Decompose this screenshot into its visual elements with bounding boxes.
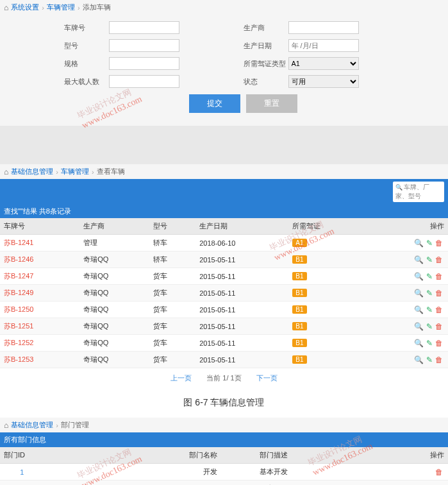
- next-page[interactable]: 下一页: [256, 374, 278, 382]
- view-icon[interactable]: 🔍: [414, 339, 424, 348]
- home-icon[interactable]: ⌂: [4, 167, 8, 176]
- plate-link[interactable]: 苏B-1241: [4, 239, 33, 246]
- cell-date: 2015-05-11: [195, 268, 288, 285]
- search-input[interactable]: 车牌、厂家、型号: [393, 182, 444, 202]
- manufacturer-input[interactable]: [288, 21, 359, 34]
- reset-button[interactable]: 重置: [246, 94, 297, 113]
- license-select[interactable]: A1: [288, 57, 359, 70]
- crumb-link[interactable]: 车辆管理: [47, 3, 75, 12]
- crumb-link[interactable]: 车辆管理: [61, 167, 89, 176]
- delete-icon[interactable]: 🗑: [435, 289, 443, 298]
- panel-header: 车牌、厂家、型号: [0, 179, 448, 205]
- license-badge: B1: [292, 322, 306, 330]
- delete-icon[interactable]: 🗑: [435, 355, 443, 364]
- delete-icon[interactable]: 🗑: [435, 272, 443, 281]
- delete-icon[interactable]: 🗑: [435, 305, 443, 314]
- cell-manu: 奇瑞QQ: [79, 318, 149, 335]
- col-ops: 操作: [365, 218, 448, 235]
- delete-icon[interactable]: 🗑: [435, 339, 443, 348]
- view-icon[interactable]: 🔍: [414, 305, 424, 314]
- cell-manu: 奇瑞QQ: [79, 285, 149, 302]
- crumb-link[interactable]: 系统设置: [11, 3, 39, 12]
- edit-icon[interactable]: ✎: [426, 272, 433, 281]
- page-info: 当前 1/ 1页: [206, 374, 241, 382]
- prev-page[interactable]: 上一页: [170, 374, 192, 382]
- cell-manu: 奇瑞QQ: [79, 335, 149, 352]
- chevron-right-icon: ›: [42, 4, 44, 12]
- table-row: 苏B-1252奇瑞QQ货车2015-05-11B1🔍✎🗑: [0, 335, 448, 352]
- plate-link[interactable]: 苏B-1249: [4, 289, 33, 296]
- manufacturer-label: 生产商: [244, 23, 288, 33]
- cell-dept-desc: 负责公司的所有销售业务: [256, 481, 415, 486]
- cell-dept-name: 开发: [44, 464, 256, 481]
- delete-icon[interactable]: 🗑: [435, 322, 443, 331]
- figure-caption: 图 6-7 车辆信息管理: [0, 388, 448, 418]
- plate-input[interactable]: [109, 21, 179, 34]
- view-icon[interactable]: 🔍: [414, 322, 424, 331]
- crumb-current: 部门管理: [61, 420, 89, 430]
- col-date: 生产日期: [195, 218, 288, 235]
- plate-link[interactable]: 苏B-1251: [4, 322, 33, 330]
- panel-header: 所有部门信息: [0, 432, 448, 447]
- breadcrumb: ⌂ 基础信息管理 › 车辆管理 › 查看车辆: [0, 164, 448, 179]
- spec-input[interactable]: [109, 57, 179, 70]
- view-icon[interactable]: 🔍: [414, 355, 424, 364]
- delete-icon[interactable]: 🗑: [435, 239, 443, 248]
- submit-button[interactable]: 提交: [189, 94, 240, 113]
- home-icon[interactable]: ⌂: [4, 3, 8, 12]
- crumb-link[interactable]: 基础信息管理: [11, 420, 53, 430]
- edit-icon[interactable]: ✎: [426, 339, 433, 348]
- col-dept-desc: 部门描述: [256, 447, 415, 464]
- edit-icon[interactable]: ✎: [426, 322, 433, 331]
- type-input[interactable]: [109, 39, 179, 52]
- status-label: 状态: [244, 77, 288, 87]
- cell-dept-name: 销售: [44, 481, 256, 486]
- delete-icon[interactable]: 🗑: [435, 255, 443, 264]
- pagination: 上一页 当前 1/ 1页 下一页: [0, 368, 448, 388]
- dept-id-link[interactable]: 1: [20, 468, 24, 476]
- edit-icon[interactable]: ✎: [426, 305, 433, 314]
- table-row: 2销售负责公司的所有销售业务🗑: [0, 481, 448, 486]
- license-badge: B1: [292, 305, 306, 314]
- col-type: 型号: [149, 218, 195, 235]
- view-icon[interactable]: 🔍: [414, 239, 424, 248]
- view-icon[interactable]: 🔍: [414, 255, 424, 264]
- chevron-right-icon: ›: [56, 168, 58, 176]
- plate-link[interactable]: 苏B-1247: [4, 272, 33, 280]
- edit-icon[interactable]: ✎: [426, 255, 433, 264]
- table-row: 苏B-1247奇瑞QQ货车2015-05-11B1🔍✎🗑: [0, 268, 448, 285]
- plate-link[interactable]: 苏B-1250: [4, 305, 33, 313]
- col-license: 所需驾证: [288, 218, 365, 235]
- date-input[interactable]: [288, 39, 359, 52]
- crumb-link[interactable]: 基础信息管理: [11, 167, 53, 176]
- breadcrumb: ⌂ 基础信息管理 › 部门管理: [0, 418, 448, 432]
- table-row: 苏B-1241管理轿车2018-06-10A1🔍✎🗑: [0, 235, 448, 251]
- cell-manu: 管理: [79, 235, 149, 251]
- vehicle-list-section: ⌂ 基础信息管理 › 车辆管理 › 查看车辆 车牌、厂家、型号 查找""结果 共…: [0, 164, 448, 388]
- status-select[interactable]: 可用: [288, 75, 359, 88]
- cell-dept-desc: 基本开发: [256, 464, 415, 481]
- table-row: 苏B-1253奇瑞QQ货车2015-05-11B1🔍✎🗑: [0, 352, 448, 368]
- edit-icon[interactable]: ✎: [426, 289, 433, 298]
- dept-header-title: 所有部门信息: [4, 435, 46, 445]
- cell-manu: 奇瑞QQ: [79, 302, 149, 318]
- license-badge: B1: [292, 339, 306, 347]
- edit-icon[interactable]: ✎: [426, 355, 433, 364]
- plate-link[interactable]: 苏B-1252: [4, 339, 33, 346]
- table-row: 苏B-1251奇瑞QQ货车2015-05-11B1🔍✎🗑: [0, 318, 448, 335]
- cell-date: 2015-05-11: [195, 318, 288, 335]
- result-summary: 查找""结果 共8条记录: [0, 205, 448, 218]
- view-icon[interactable]: 🔍: [414, 272, 424, 281]
- view-icon[interactable]: 🔍: [414, 289, 424, 298]
- table-row: 苏B-1246奇瑞QQ轿车2015-05-11B1🔍✎🗑: [0, 251, 448, 268]
- plate-link[interactable]: 苏B-1253: [4, 355, 33, 363]
- edit-icon[interactable]: ✎: [426, 239, 433, 248]
- passengers-input[interactable]: [109, 75, 179, 88]
- add-vehicle-section: ⌂ 系统设置 › 车辆管理 › 添加车辆 车牌号 生产商 型号 生产日期: [0, 0, 448, 126]
- chevron-right-icon: ›: [92, 168, 94, 176]
- type-label: 型号: [64, 41, 109, 51]
- delete-icon[interactable]: 🗑: [435, 468, 443, 477]
- passengers-label: 最大载人数: [64, 77, 109, 87]
- plate-link[interactable]: 苏B-1246: [4, 255, 33, 263]
- home-icon[interactable]: ⌂: [4, 421, 8, 430]
